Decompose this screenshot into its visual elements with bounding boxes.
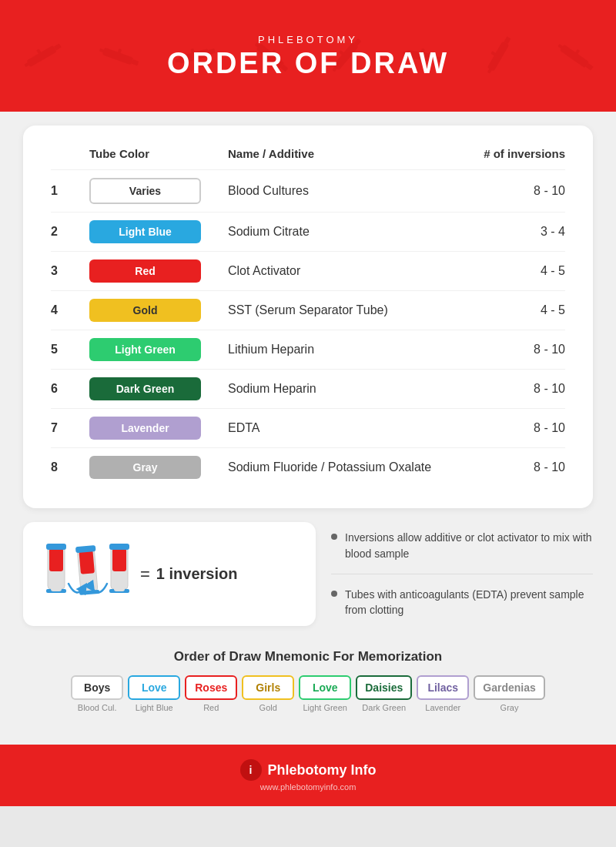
- svg-rect-28: [559, 44, 589, 68]
- footer-logo-row: i Phlebotomy Info: [240, 759, 377, 781]
- table-row: 6 Dark Green Sodium Heparin 8 - 10: [51, 369, 565, 408]
- mnemonic-section: Order of Draw Mnemonic For Memorization …: [23, 641, 593, 729]
- svg-rect-24: [487, 41, 510, 72]
- inversions-count: 8 - 10: [457, 382, 565, 396]
- header-text-container: PHLEBOTOMY ORDER OF DRAW: [167, 34, 449, 78]
- footer-brand: Phlebotomy Info: [268, 762, 377, 778]
- bullet-1: Inversions allow additive or clot activa…: [331, 530, 593, 561]
- bullet-text: Inversions allow additive or clot activa…: [345, 530, 593, 561]
- tube-badge: Dark Green: [89, 377, 201, 400]
- mnemonic-item: Gardenias Gray: [474, 675, 544, 712]
- footer-url: www.phlebotomyinfo.com: [260, 782, 357, 792]
- additive-name: Sodium Citrate: [228, 225, 457, 239]
- svg-rect-26: [504, 36, 511, 44]
- additive-name: Sodium Heparin: [228, 382, 457, 396]
- svg-rect-34: [46, 544, 66, 550]
- mnemonic-item: Love Light Green: [299, 675, 351, 712]
- row-number: 6: [51, 382, 89, 396]
- svg-rect-43: [79, 550, 95, 574]
- additive-name: Blood Cultures: [228, 184, 457, 198]
- tube-badge: Gray: [89, 456, 201, 479]
- info-bullets: Inversions allow additive or clot activa…: [331, 522, 593, 626]
- inversions-count: 8 - 10: [457, 343, 565, 357]
- inversions-count: 4 - 5: [457, 264, 565, 278]
- main-content: Tube Color Name / Additive # of inversio…: [0, 112, 616, 745]
- footer-logo-icon: i: [240, 759, 262, 781]
- inversions-count: 8 - 10: [457, 421, 565, 435]
- table-row: 4 Gold SST (Serum Separator Tube) 4 - 5: [51, 290, 565, 330]
- mnemonic-row: Boys Blood Cul. Love Light Blue Roses Re…: [23, 675, 593, 712]
- col-inversions: # of inversions: [457, 147, 565, 160]
- mnemonic-sub: Gray: [500, 703, 519, 712]
- svg-rect-36: [51, 584, 62, 591]
- mnemonic-badge: Daisies: [356, 675, 412, 700]
- svg-rect-2: [54, 43, 62, 50]
- svg-rect-5: [99, 48, 108, 53]
- mnemonic-sub: Light Green: [303, 703, 346, 712]
- tube-badge: Light Blue: [89, 220, 201, 243]
- tube-badge: Light Green: [89, 338, 201, 361]
- mnemonic-title: Order of Draw Mnemonic For Memorization: [23, 649, 593, 665]
- header: PHLEBOTOMY ORDER OF DRAW: [0, 0, 616, 112]
- inversion-card: = 1 inversion: [23, 522, 316, 626]
- svg-rect-39: [109, 544, 129, 550]
- mnemonic-item: Lilacs Lavender: [417, 675, 469, 712]
- inversion-label: 1 inversion: [156, 565, 238, 583]
- svg-rect-38: [112, 548, 126, 571]
- mnemonic-item: Boys Blood Cul.: [71, 675, 123, 712]
- mnemonic-sub: Dark Green: [362, 703, 406, 712]
- inversions-count: 8 - 10: [457, 460, 565, 474]
- bullet-2: Tubes with anticoagulants (EDTA) prevent…: [331, 587, 593, 618]
- svg-rect-41: [114, 584, 125, 591]
- col-tube-color: Tube Color: [89, 147, 228, 160]
- mnemonic-item: Daisies Dark Green: [356, 675, 412, 712]
- row-number: 2: [51, 225, 89, 239]
- table-header: Tube Color Name / Additive # of inversio…: [51, 147, 565, 169]
- tube-illustration: [42, 537, 134, 611]
- row-number: 5: [51, 343, 89, 357]
- svg-rect-27: [490, 51, 497, 56]
- mnemonic-sub: Gold: [259, 703, 277, 712]
- row-number: 3: [51, 264, 89, 278]
- svg-rect-30: [585, 63, 593, 71]
- mnemonic-sub: Light Blue: [136, 703, 173, 712]
- inversions-count: 3 - 4: [457, 225, 565, 239]
- svg-rect-29: [557, 44, 565, 51]
- table-row: 5 Light Green Lithium Heparin 8 - 10: [51, 330, 565, 369]
- table-row: 1 Varies Blood Cultures 8 - 10: [51, 169, 565, 212]
- inversions-count: 4 - 5: [457, 303, 565, 317]
- order-of-draw-table: Tube Color Name / Additive # of inversio…: [23, 126, 593, 508]
- mnemonic-item: Roses Red: [185, 675, 237, 712]
- tube-badge: Red: [89, 259, 201, 283]
- mnemonic-badge: Lilacs: [417, 675, 469, 700]
- svg-rect-0: [27, 45, 58, 67]
- additive-name: Clot Activator: [228, 264, 457, 278]
- mnemonic-sub: Red: [203, 703, 219, 712]
- svg-rect-33: [49, 548, 63, 571]
- svg-rect-7: [117, 48, 122, 55]
- mnemonic-badge: Gardenias: [474, 675, 544, 700]
- row-number: 7: [51, 421, 89, 435]
- svg-rect-4: [102, 47, 134, 65]
- table-row: 2 Light Blue Sodium Citrate 3 - 4: [51, 212, 565, 251]
- tube-badge: Gold: [89, 299, 201, 322]
- mnemonic-badge: Love: [299, 675, 351, 700]
- additive-name: SST (Serum Separator Tube): [228, 303, 457, 317]
- tube-badge: Lavender: [89, 417, 201, 440]
- mnemonic-sub: Lavender: [425, 703, 460, 712]
- svg-rect-6: [132, 59, 139, 65]
- mnemonic-badge: Love: [128, 675, 180, 700]
- mnemonic-sub: Blood Cul.: [78, 703, 117, 712]
- col-name-additive: Name / Additive: [228, 147, 457, 160]
- table-row: 7 Lavender EDTA 8 - 10: [51, 408, 565, 447]
- equals-sign: =: [140, 564, 150, 584]
- additive-name: EDTA: [228, 421, 457, 435]
- additive-name: Lithium Heparin: [228, 343, 457, 357]
- row-number: 1: [51, 184, 89, 198]
- bullet-text: Tubes with anticoagulants (EDTA) prevent…: [345, 587, 593, 618]
- table-row: 3 Red Clot Activator 4 - 5: [51, 251, 565, 290]
- mnemonic-badge: Boys: [71, 675, 123, 700]
- tube-badge: Varies: [89, 178, 201, 204]
- row-number: 4: [51, 303, 89, 317]
- inversion-diagram: = 1 inversion: [42, 537, 237, 611]
